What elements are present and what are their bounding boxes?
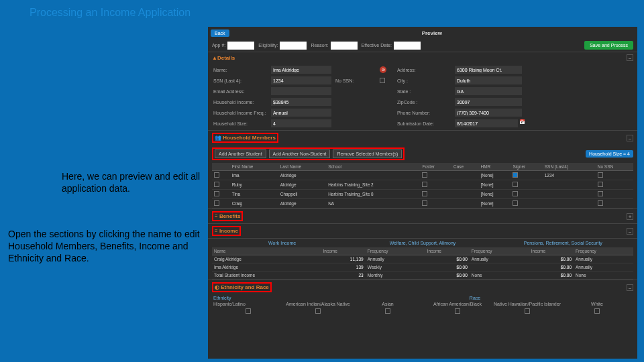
nossn-checkbox[interactable] bbox=[598, 191, 603, 196]
expand-icon[interactable]: + bbox=[627, 213, 633, 220]
address-input[interactable] bbox=[455, 66, 522, 74]
row-checkbox[interactable] bbox=[214, 182, 219, 187]
race-checkbox[interactable] bbox=[455, 308, 460, 314]
email-input[interactable] bbox=[271, 87, 331, 95]
foster-checkbox[interactable] bbox=[422, 200, 427, 206]
hinc-input[interactable] bbox=[271, 98, 331, 106]
signer-checkbox[interactable] bbox=[513, 191, 518, 196]
ssn-input[interactable] bbox=[271, 76, 331, 84]
foster-checkbox[interactable] bbox=[422, 172, 427, 178]
preview-window: Back Preview App #: Eligibility: Reason:… bbox=[208, 27, 637, 359]
save-process-button[interactable]: Save and Process bbox=[584, 41, 633, 50]
members-th: Foster bbox=[420, 163, 451, 171]
table-row[interactable]: RubyAldridgeHarbins Training_Site 2[None… bbox=[212, 180, 633, 190]
income-header[interactable]: ≡ Income – bbox=[208, 223, 637, 238]
remove-member-button[interactable]: Remove Selected Member(s) bbox=[333, 149, 402, 158]
foster-checkbox[interactable] bbox=[422, 182, 427, 187]
nossn-checkbox[interactable] bbox=[598, 200, 603, 206]
reason-input[interactable] bbox=[331, 42, 358, 50]
race-checkbox[interactable] bbox=[525, 308, 530, 314]
row-checkbox[interactable] bbox=[214, 200, 219, 206]
members-th: Last Name bbox=[278, 163, 326, 171]
hsize-label: Household Size: bbox=[213, 121, 267, 126]
calendar-icon[interactable]: 📅 bbox=[519, 119, 525, 127]
state-input[interactable] bbox=[455, 87, 522, 95]
collapse-icon[interactable]: – bbox=[627, 228, 633, 235]
table-row[interactable]: CraigAldridgeNA[None] bbox=[212, 199, 633, 208]
eth-checkbox[interactable] bbox=[246, 308, 251, 314]
members-table: First NameLast NameSchoolFosterCaseHMRSi… bbox=[212, 163, 633, 208]
members-header-label: Household Members bbox=[223, 135, 276, 141]
table-row: Ima Aldridge139Weekly$0.00$0.00Annually bbox=[212, 263, 633, 272]
income-groups: Work Income Welfare, Child Support, Alim… bbox=[208, 238, 637, 247]
caption-sections: Open the sections by clicking the name t… bbox=[8, 228, 209, 265]
effective-date-input[interactable] bbox=[394, 42, 421, 50]
subdate-label: Submission Date: bbox=[397, 121, 451, 126]
race-option: Native Hawaiian/Pacific Islander bbox=[492, 302, 562, 306]
hfreq-label: Household Income Freq.: bbox=[213, 111, 267, 115]
row-checkbox[interactable] bbox=[214, 172, 219, 178]
race-option: White bbox=[562, 302, 632, 306]
income-th: Frequency bbox=[366, 247, 425, 255]
nossn-checkbox[interactable] bbox=[598, 182, 603, 187]
race-col-label: Race bbox=[318, 296, 632, 300]
members-th: Case bbox=[451, 163, 478, 171]
income-group-3: Pensions, Retirement, Social Security bbox=[493, 241, 633, 245]
nossn-checkbox[interactable] bbox=[380, 78, 385, 83]
tab-preview[interactable]: Preview bbox=[229, 30, 635, 36]
zip-input[interactable] bbox=[455, 98, 522, 106]
members-th: Signer bbox=[511, 163, 542, 171]
back-button[interactable]: Back bbox=[211, 29, 229, 37]
app-num-label: App #: bbox=[212, 43, 225, 48]
ssn-label: SSN (Last 4): bbox=[213, 78, 267, 83]
app-num-input[interactable] bbox=[227, 42, 254, 50]
city-input[interactable] bbox=[455, 76, 522, 84]
table-row: Craig Aldridge11,139Annually$0.00Annuall… bbox=[212, 255, 633, 263]
foster-checkbox[interactable] bbox=[422, 191, 427, 196]
income-th: Frequency bbox=[470, 247, 529, 255]
eligibility-input[interactable] bbox=[280, 42, 307, 50]
ethrace-header[interactable]: ◐ Ethnicity and Race – bbox=[208, 280, 637, 294]
alert-icon[interactable]: ⊘ bbox=[380, 66, 386, 73]
race-checkbox[interactable] bbox=[315, 308, 321, 314]
subdate-input[interactable] bbox=[455, 119, 518, 127]
signer-checkbox[interactable] bbox=[513, 200, 518, 206]
race-option: Asian bbox=[353, 302, 423, 306]
collapse-icon[interactable]: – bbox=[627, 284, 633, 291]
name-input[interactable] bbox=[271, 66, 331, 74]
signer-checkbox[interactable] bbox=[513, 172, 518, 178]
members-actions: Add Another Student Add Another Non-Stud… bbox=[208, 145, 637, 163]
topbar: Back Preview bbox=[208, 27, 637, 39]
table-row[interactable]: TinaChappellHarbins Training_Site 8[None… bbox=[212, 190, 633, 199]
slide-title: Processing an Income Application bbox=[30, 7, 191, 19]
members-th: No SSN bbox=[596, 163, 633, 171]
benefits-header[interactable]: ≡ Benefits + bbox=[208, 208, 637, 223]
race-option: African American/Black bbox=[423, 302, 492, 306]
add-nonstudent-button[interactable]: Add Another Non-Student bbox=[269, 149, 331, 158]
row-checkbox[interactable] bbox=[214, 191, 219, 196]
details-header[interactable]: ▲ Details – bbox=[208, 52, 637, 63]
members-header[interactable]: 👥 Household Members – bbox=[208, 130, 637, 145]
signer-checkbox[interactable] bbox=[513, 182, 518, 187]
zip-label: ZipCode : bbox=[397, 100, 451, 105]
hinc-label: Household Income: bbox=[213, 100, 267, 105]
hsize-input[interactable] bbox=[271, 119, 331, 127]
table-row: Total Student Income23Monthly$0.00None$0… bbox=[212, 272, 633, 280]
income-group-1: Work Income bbox=[212, 241, 352, 245]
collapse-icon[interactable]: – bbox=[627, 135, 633, 141]
email-label: Email Address: bbox=[213, 89, 267, 94]
collapse-icon[interactable]: – bbox=[627, 54, 633, 61]
members-th bbox=[212, 163, 230, 171]
table-row[interactable]: ImaAldridge[None]1234 bbox=[212, 171, 633, 180]
nossn-checkbox[interactable] bbox=[598, 172, 603, 178]
income-table: NameIncomeFrequencyIncomeFrequencyIncome… bbox=[212, 247, 633, 280]
phone-input[interactable] bbox=[455, 109, 522, 117]
hfreq-input[interactable] bbox=[271, 109, 331, 117]
household-size-badge: Household Size = 4 bbox=[586, 150, 633, 158]
race-checkbox[interactable] bbox=[385, 308, 390, 314]
eth-option: Hispanic/Latino bbox=[213, 302, 283, 306]
race-checkbox[interactable] bbox=[594, 308, 600, 314]
add-student-button[interactable]: Add Another Student bbox=[215, 149, 266, 158]
city-label: City : bbox=[397, 78, 451, 83]
race-option: American Indian/Alaska Native bbox=[283, 302, 353, 306]
